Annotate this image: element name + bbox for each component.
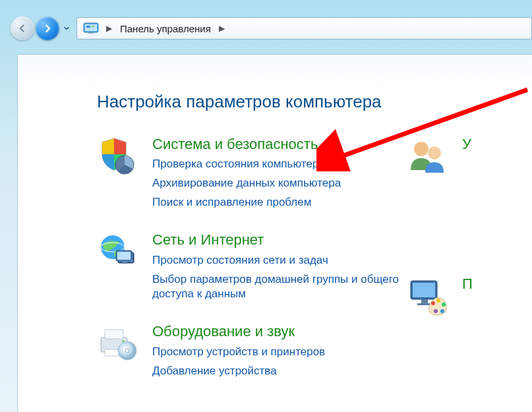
svg-point-29 bbox=[434, 309, 438, 313]
category-system-security: Система и безопасность Проверка состояни… bbox=[97, 136, 407, 210]
sublink[interactable]: Добавление устройства bbox=[152, 364, 325, 379]
back-button[interactable] bbox=[11, 16, 34, 40]
sublink[interactable]: Поиск и исправление проблем bbox=[152, 195, 341, 210]
globe-network-icon bbox=[97, 231, 139, 274]
svg-rect-11 bbox=[117, 252, 131, 260]
svg-rect-12 bbox=[122, 262, 127, 264]
breadcrumb-item[interactable]: Панель управления bbox=[116, 20, 215, 37]
user-accounts-icon bbox=[407, 136, 449, 178]
svg-rect-2 bbox=[86, 26, 90, 28]
chevron-down-icon bbox=[63, 24, 71, 32]
svg-point-26 bbox=[436, 299, 440, 303]
sublink[interactable]: Архивирование данных компьютера bbox=[152, 176, 341, 191]
svg-point-19 bbox=[414, 142, 429, 156]
printer-hardware-icon bbox=[97, 323, 139, 365]
breadcrumb-separator-icon: ▶ bbox=[106, 24, 112, 33]
content-panel: Настройка параметров компьютера bbox=[17, 54, 532, 412]
category-appearance: П bbox=[407, 276, 512, 318]
svg-rect-4 bbox=[88, 32, 94, 34]
page-title: Настройка параметров компьютера bbox=[97, 92, 512, 112]
svg-point-20 bbox=[428, 146, 441, 160]
arrow-left-icon bbox=[16, 22, 28, 34]
sublink[interactable]: Выбор параметров домашней группы и общег… bbox=[152, 272, 407, 303]
category-link-network[interactable]: Сеть и Интернет bbox=[152, 231, 407, 249]
category-link-system-security[interactable]: Система и безопасность bbox=[152, 136, 341, 153]
svg-point-25 bbox=[431, 301, 435, 305]
control-panel-icon bbox=[82, 21, 100, 36]
sublink[interactable]: Проверка состояния компьютера bbox=[152, 157, 341, 172]
category-hardware-sound: Оборудование и звук Просмотр устройств и… bbox=[97, 323, 407, 378]
category-network-internet: Сеть и Интернет Просмотр состояния сети … bbox=[97, 231, 407, 302]
sublink[interactable]: Просмотр состояния сети и задач bbox=[152, 253, 407, 268]
svg-point-28 bbox=[440, 309, 444, 313]
svg-point-18 bbox=[125, 349, 129, 353]
svg-rect-23 bbox=[421, 299, 428, 303]
nav-buttons bbox=[11, 16, 73, 40]
breadcrumb-separator-icon[interactable]: ▶ bbox=[219, 24, 225, 33]
breadcrumb[interactable]: ▶ Панель управления ▶ bbox=[76, 17, 532, 40]
sublink[interactable]: Просмотр устройств и принтеров bbox=[152, 345, 325, 360]
nav-history-dropdown[interactable] bbox=[61, 16, 73, 40]
forward-button[interactable] bbox=[36, 16, 59, 40]
category-link-hardware[interactable]: Оборудование и звук bbox=[152, 323, 325, 340]
category-user-accounts: У bbox=[407, 136, 512, 178]
svg-rect-22 bbox=[413, 283, 435, 297]
category-link-appearance[interactable]: П bbox=[462, 276, 473, 293]
svg-rect-3 bbox=[92, 26, 94, 27]
svg-rect-14 bbox=[105, 330, 123, 339]
category-link-users[interactable]: У bbox=[462, 136, 471, 153]
arrow-right-icon bbox=[42, 22, 53, 34]
category-list: Система и безопасность Проверка состояни… bbox=[97, 136, 512, 379]
shield-icon bbox=[97, 136, 139, 178]
appearance-icon bbox=[407, 276, 449, 318]
svg-point-27 bbox=[442, 303, 446, 307]
nav-bar: ▶ Панель управления ▶ bbox=[11, 13, 532, 44]
